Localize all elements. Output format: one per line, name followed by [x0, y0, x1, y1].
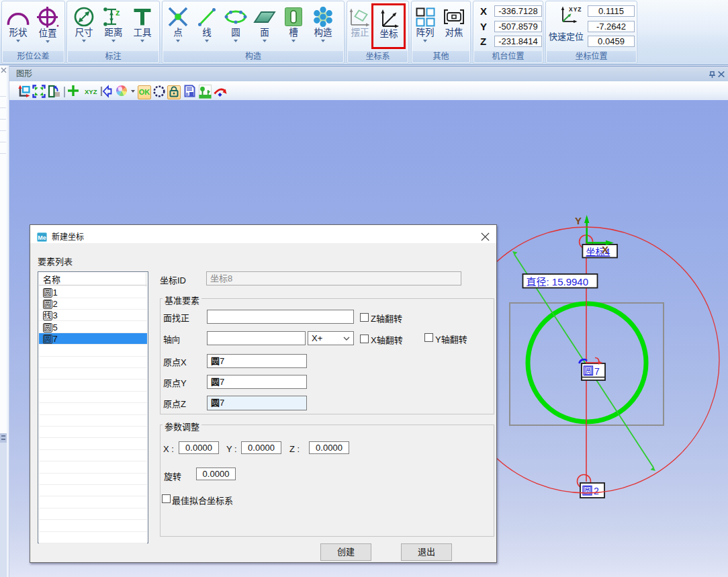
svg-text:XYZ: XYZ: [569, 6, 582, 13]
svg-text:X: X: [602, 244, 608, 255]
svg-text:圆: 圆: [583, 484, 591, 496]
svg-text:直径: 15.9940: 直径: 15.9940: [527, 276, 589, 287]
svg-text:z: z: [116, 7, 120, 17]
svg-text:Y: Y: [575, 215, 582, 226]
svg-text:7: 7: [594, 366, 600, 377]
svg-text:圆: 圆: [584, 365, 592, 376]
svg-text:2: 2: [594, 486, 599, 496]
